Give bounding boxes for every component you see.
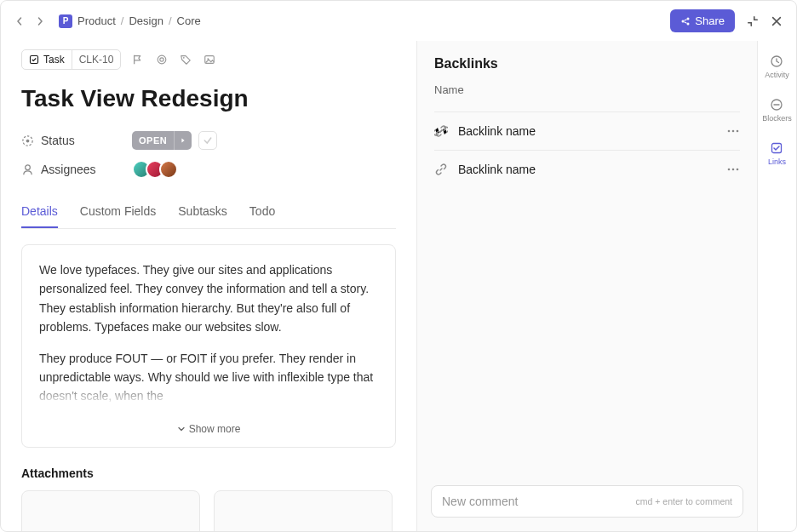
rail-blockers[interactable]: Blockers	[760, 94, 794, 126]
attachment-placeholder[interactable]	[214, 490, 393, 531]
nav-back[interactable]	[14, 16, 25, 26]
svg-point-21	[737, 169, 739, 171]
comment-input-wrapper: cmd + enter to comment	[431, 485, 743, 518]
svg-point-20	[732, 169, 735, 171]
svg-point-1	[682, 20, 685, 22]
complete-checkbox[interactable]	[198, 131, 217, 150]
links-icon	[770, 141, 783, 155]
tag-icon[interactable]	[179, 53, 192, 66]
comment-hint: cmd + enter to comment	[635, 496, 732, 506]
blockers-icon	[770, 98, 783, 112]
svg-point-10	[26, 139, 30, 142]
backlink-name: Backlink name	[458, 163, 536, 176]
activity-icon	[770, 54, 783, 68]
flag-icon[interactable]	[131, 53, 145, 66]
breadcrumb-item[interactable]: Product	[77, 14, 116, 27]
svg-point-19	[728, 169, 731, 171]
assignees-label: Assignees	[21, 163, 132, 176]
attachment-placeholder[interactable]	[21, 490, 200, 531]
avatar[interactable]	[159, 160, 178, 179]
status-pill[interactable]: OPEN	[132, 131, 192, 150]
status-icon	[21, 134, 34, 147]
rail-links[interactable]: Links	[766, 138, 788, 169]
sidepanel-title: Backlinks	[434, 56, 740, 72]
description-text: They produce FOUT — or FOIT if you prefe…	[39, 349, 378, 406]
tab-details[interactable]: Details	[21, 196, 58, 228]
more-icon[interactable]	[726, 129, 740, 133]
page-title: Task View Redesign	[21, 85, 396, 112]
target-icon[interactable]	[155, 53, 169, 66]
more-icon[interactable]	[726, 168, 740, 171]
svg-point-16	[728, 130, 731, 133]
status-label: Status	[21, 134, 132, 147]
nav-forward[interactable]	[35, 16, 45, 26]
share-button[interactable]: Share	[670, 9, 735, 32]
attachments-title: Attachments	[21, 466, 396, 480]
svg-point-5	[160, 58, 163, 61]
backlink-row[interactable]: Backlink name	[434, 150, 740, 188]
image-icon[interactable]	[203, 53, 216, 66]
tab-subtasks[interactable]: Subtasks	[178, 196, 227, 228]
chevron-down-icon	[177, 425, 186, 433]
task-id: CLK-10	[72, 50, 121, 69]
share-icon	[680, 16, 691, 26]
project-icon: P	[59, 14, 72, 28]
link-icon	[434, 124, 448, 138]
tab-custom-fields[interactable]: Custom Fields	[80, 196, 156, 228]
tabs: Details Custom Fields Subtasks Todo	[21, 196, 396, 229]
comment-input[interactable]	[442, 495, 635, 508]
tab-todo[interactable]: Todo	[249, 196, 275, 228]
svg-point-4	[158, 55, 167, 64]
link-icon	[434, 163, 448, 176]
backlink-name: Backlink name	[458, 124, 536, 138]
sidepanel-column-header: Name	[434, 83, 740, 105]
breadcrumb: P Product / Design / Core	[59, 14, 201, 28]
status-next-icon[interactable]	[174, 131, 192, 150]
breadcrumb-item[interactable]: Core	[177, 14, 201, 27]
collapse-icon[interactable]	[747, 15, 759, 27]
person-icon	[21, 163, 34, 176]
svg-point-17	[732, 130, 735, 133]
svg-point-2	[687, 22, 690, 25]
description-text: We love typefaces. They give our sites a…	[39, 260, 378, 337]
checkbox-icon	[29, 54, 39, 65]
show-more-button[interactable]: Show more	[39, 418, 378, 438]
breadcrumb-item[interactable]: Design	[129, 14, 163, 27]
svg-point-11	[26, 164, 31, 169]
task-chip[interactable]: Task CLK-10	[21, 49, 121, 70]
close-icon[interactable]	[771, 15, 783, 27]
backlink-row[interactable]: Backlink name	[434, 112, 740, 150]
svg-point-0	[687, 17, 690, 20]
description-card: We love typefaces. They give our sites a…	[21, 244, 396, 448]
svg-point-18	[737, 130, 739, 133]
rail-activity[interactable]: Activity	[763, 51, 791, 83]
assignee-avatars[interactable]	[132, 160, 178, 179]
svg-point-6	[183, 57, 185, 59]
